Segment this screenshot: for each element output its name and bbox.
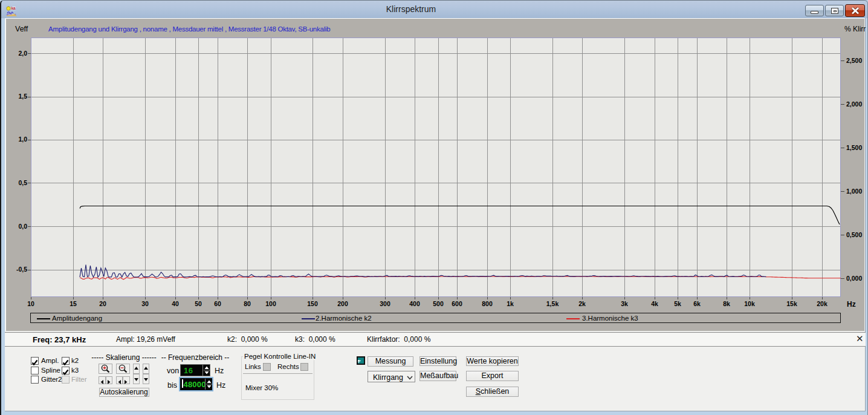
svg-text:ka: ka <box>11 6 16 10</box>
